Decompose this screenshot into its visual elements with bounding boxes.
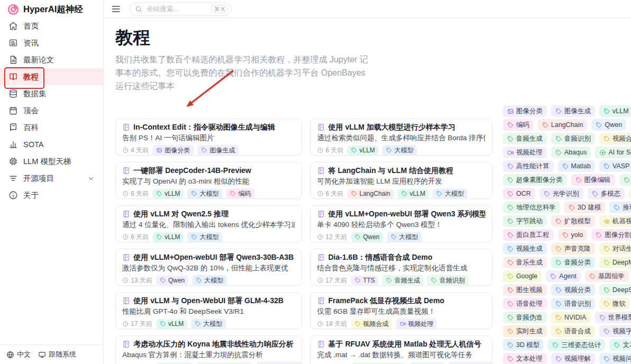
tag-pill[interactable]: 高性能计算 — [448, 362, 492, 364]
tag-pill[interactable]: 大模型 — [387, 232, 422, 242]
tutorial-card[interactable]: 使用 vLLM 与 Open-WebUI 部署 GLM-4-32B性能比肩 GP… — [115, 292, 302, 329]
tag-pill[interactable]: 音频生成 — [503, 133, 547, 144]
tag-pill[interactable]: 基因组学 — [585, 270, 629, 282]
tag-pill[interactable]: 视频生成 — [503, 243, 547, 254]
tag-pill[interactable]: 对话生成 — [599, 243, 631, 254]
tag-pill[interactable]: 3D 建模 — [564, 202, 605, 213]
sidebar-item-llm-leaderboard[interactable]: LLM 模型天梯 — [0, 153, 103, 170]
tag-pill[interactable]: Google — [503, 270, 542, 282]
tag-pill[interactable]: 实时生成 — [503, 325, 547, 337]
tag-pill[interactable]: 视频问答 — [599, 353, 631, 364]
language-switch[interactable]: 中文 — [6, 350, 31, 359]
tag-pill[interactable]: 微软 — [599, 298, 630, 310]
tag-pill[interactable]: 视频理解 — [551, 353, 595, 364]
sidebar-item-open-source[interactable]: 开源项目 — [0, 170, 103, 187]
tag-pill[interactable]: 机器视觉 — [599, 215, 631, 227]
tag-pill[interactable]: AI for Science — [595, 147, 631, 158]
tutorial-card[interactable]: In-Context Edit：指令驱动图像生成与编辑告别 PS！AI 一句话编… — [115, 119, 302, 156]
tutorial-card[interactable]: 考虑动水压力的 Koyna 地震非线性动力响应分析Abaqus 官方算例：混凝土… — [115, 335, 302, 364]
logo[interactable]: HyperAI超神经 — [0, 0, 103, 17]
tutorial-card[interactable]: 使用 vLLM+Open-webUI 部署 Qwen3-30B-A3B激活参数仅… — [115, 249, 302, 286]
tag-pill[interactable]: 多模态 — [588, 188, 625, 199]
tag-pill[interactable]: DeepSeek — [599, 284, 631, 296]
tutorial-card[interactable]: 使用 vLLM 对 Qwen2.5 推理通过 4 位量化、限制输入输出 toke… — [115, 205, 302, 242]
sidebar-item-about[interactable]: 关于 — [0, 187, 103, 204]
tutorial-card[interactable]: 一键部署 DeepCoder-14B-Preview实现了与 OpenAI 的 … — [115, 162, 302, 199]
search-input[interactable] — [146, 5, 208, 13]
tag-pill[interactable]: 视频字幕 — [599, 325, 631, 337]
tutorial-card[interactable]: 基于 RFUAV 系统使用 Matlab 处理无人机信号完成 .mat → .d… — [310, 335, 492, 364]
tutorial-card[interactable]: 使用 vLLM 加载大模型进行少样本学习通过检索类似问题、生成多样响应并结合 B… — [310, 119, 492, 156]
sidebar-item-home[interactable]: 首页 — [0, 17, 103, 34]
tag-pill[interactable]: Matlab — [558, 160, 596, 172]
tag-pill[interactable]: 音频分类 — [551, 257, 595, 268]
tag-pill[interactable]: vLLM — [398, 189, 429, 198]
tag-pill[interactable]: 蛋白质工程 — [503, 229, 554, 241]
tag-pill[interactable]: VASP — [599, 160, 631, 172]
tag-pill[interactable]: TTS — [351, 276, 379, 285]
tutorial-card[interactable]: Dia-1.6B：情感语音合成 Demo结合音色克隆与情感迁移，实现定制化语音生… — [310, 249, 492, 286]
search-box[interactable]: ⌘ K — [130, 2, 231, 16]
tag-pill[interactable]: 视频合成 — [599, 133, 631, 144]
tag-pill[interactable]: 编码 — [226, 188, 255, 199]
tag-pill[interactable]: 地理信息科学 — [503, 202, 560, 213]
tag-pill[interactable]: 扩散模型 — [551, 215, 595, 227]
tag-pill[interactable]: 视频分类 — [551, 284, 595, 296]
sidebar-item-datasets[interactable]: 数据集 — [0, 85, 103, 102]
tag-pill[interactable]: 音频识别 — [427, 275, 468, 286]
tag-pill[interactable]: Qwen — [156, 276, 188, 285]
tag-pill[interactable]: 推理模型 — [609, 202, 631, 213]
tag-pill[interactable]: vLLM — [156, 319, 187, 329]
tag-pill[interactable]: 音频识别 — [551, 133, 595, 144]
tag-pill[interactable]: 遥感 — [629, 188, 631, 199]
menu-button[interactable] — [110, 4, 122, 14]
tag-pill[interactable]: 大模型 — [191, 319, 226, 329]
tag-pill[interactable]: 编码 — [503, 119, 534, 131]
tag-pill[interactable]: 超像素图像分类 — [503, 174, 567, 186]
tag-pill[interactable]: 语音处理 — [503, 298, 547, 310]
tutorial-card[interactable]: FramePack 低显存视频生成 Demo仅需 6GB 显存即可生成高质量视频… — [310, 292, 492, 329]
tag-pill[interactable]: 图像分类 — [152, 145, 194, 156]
tag-pill[interactable]: 大模型 — [187, 188, 222, 199]
tag-pill[interactable]: 图像编辑 — [571, 174, 615, 186]
tag-pill[interactable]: 光学识别 — [539, 188, 583, 199]
tag-pill[interactable]: 文本处理 — [503, 353, 547, 364]
tag-pill[interactable]: 图像生成 — [197, 145, 239, 156]
tag-pill[interactable]: 图像分类 — [503, 105, 547, 117]
tag-pill[interactable]: 图像分割 — [591, 229, 631, 241]
tag-pill[interactable]: 大模型 — [432, 188, 467, 199]
sidebar-item-latest-papers[interactable]: 最新论文 — [0, 51, 103, 68]
tag-pill[interactable]: 音频伪造 — [503, 312, 547, 323]
tag-pill[interactable]: 计算机视觉 — [619, 174, 631, 186]
tag-pill[interactable]: OCR — [503, 188, 535, 199]
chevron-down-icon[interactable] — [87, 175, 95, 182]
tag-pill[interactable]: 声音克隆 — [551, 243, 595, 254]
tag-pill[interactable]: vLLM — [599, 105, 631, 117]
tag-pill[interactable]: LangChain — [347, 189, 394, 198]
tag-pill[interactable]: yolo — [558, 229, 588, 241]
tag-pill[interactable]: vLLM — [347, 145, 378, 155]
sidebar-item-news[interactable]: 资讯 — [0, 34, 103, 51]
theme-switch[interactable]: 跟随系统 — [38, 350, 76, 359]
tag-pill[interactable]: 音乐生成 — [503, 257, 547, 268]
sidebar-item-tutorials[interactable]: 教程 — [0, 68, 103, 85]
sidebar-item-sota[interactable]: SOTA — [0, 136, 103, 153]
tag-pill[interactable]: 大模型 — [382, 145, 417, 156]
tag-pill[interactable]: Agent — [546, 270, 581, 282]
tag-pill[interactable]: 高性能计算 — [503, 160, 554, 172]
tag-pill[interactable]: LangChain — [538, 119, 587, 131]
tag-pill[interactable]: 高性能计算 — [256, 362, 302, 364]
tag-pill[interactable]: 语音识别 — [551, 298, 595, 310]
tag-pill[interactable]: Qwen — [351, 232, 383, 242]
tutorial-card[interactable]: 使用 vLLM+Open-webUI 部署 Qwen3 系列模型单卡 4090 … — [310, 205, 492, 242]
tag-pill[interactable]: 大模型 — [192, 275, 227, 286]
tag-pill[interactable]: 大模型 — [187, 232, 222, 242]
tag-pill[interactable]: NVIDIA — [551, 312, 591, 323]
tag-pill[interactable]: DeepMind — [599, 257, 631, 268]
tag-pill[interactable]: 图生视频 — [503, 284, 547, 296]
tag-pill[interactable]: 视频处理 — [396, 319, 437, 329]
tag-pill[interactable]: 文本分类 — [609, 339, 631, 351]
tag-pill[interactable]: 世界模型 — [595, 312, 631, 323]
sidebar-item-wiki[interactable]: 百科 — [0, 119, 103, 136]
tag-pill[interactable]: 字节跳动 — [503, 215, 547, 227]
